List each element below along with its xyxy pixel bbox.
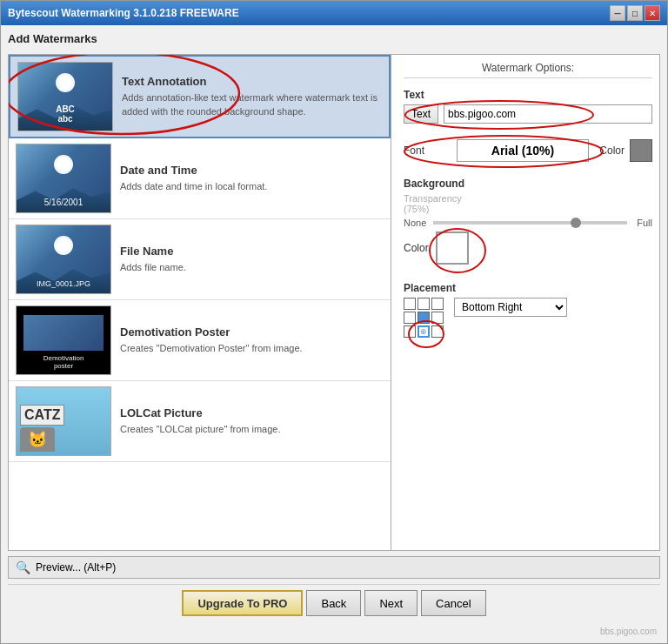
placement-cb-bl[interactable] <box>404 325 416 338</box>
item-info-date-time: Date and Time Adds date and time in loca… <box>120 164 384 193</box>
placement-grid: ⊕ <box>404 298 444 338</box>
thumbnail-demotivation: Demotivationposter <box>16 305 111 375</box>
thumb-bg-date: 5/16/2001 <box>17 144 110 212</box>
slider-none-label: None <box>404 218 430 228</box>
right-panel: Watermark Options: Text Text <box>397 55 659 550</box>
preview-label: Preview... (Alt+P) <box>36 561 116 574</box>
close-button[interactable]: ✕ <box>645 5 660 21</box>
item-info-file-name: File Name Adds file name. <box>120 245 384 274</box>
item-desc-date-time: Adds date and time in local format. <box>120 180 384 193</box>
main-panel: ABCabc Text Annotation Adds annotation-l… <box>8 54 660 551</box>
placement-cb-mc[interactable] <box>418 312 430 324</box>
list-item-demotivation[interactable]: Demotivationposter Demotivation Poster C… <box>9 300 391 381</box>
placement-cb-tl[interactable] <box>404 298 416 310</box>
item-info-demotivation: Demotivation Poster Creates "Demotivatio… <box>120 325 384 355</box>
svg-point-3 <box>430 229 485 272</box>
item-title-lolcat: LOLCat Picture <box>120 406 384 419</box>
placement-cb-tc[interactable] <box>418 298 430 310</box>
thumb-file-label: IMG_0001.JPG <box>37 279 90 288</box>
placement-title: Placement <box>404 282 652 294</box>
placement-row-1 <box>404 298 444 310</box>
item-title-text-annotation: Text Annotation <box>122 75 382 88</box>
list-item-file-name[interactable]: IMG_0001.JPG File Name Adds file name. <box>9 219 391 300</box>
main-window: Bytescout Watermarking 3.1.0.218 FREEWAR… <box>0 0 668 644</box>
text-input[interactable] <box>444 104 652 124</box>
thumb-bg-lolcat: CATZ 🐱 <box>17 387 110 455</box>
placement-dropdown[interactable]: Top Left Top Center Top Right Middle Lef… <box>454 298 567 317</box>
section-label: Add Watermarks <box>8 32 660 45</box>
panel-title: Watermark Options: <box>404 62 652 78</box>
text-button[interactable]: Text <box>404 104 438 124</box>
text-section-label: Text <box>404 89 652 101</box>
upgrade-button[interactable]: Upgrade To PRO <box>182 590 303 616</box>
item-desc-text-annotation: Adds annotation-like text watermark wher… <box>122 91 382 118</box>
thumbnail-date-time: 5/16/2001 <box>16 144 111 213</box>
thumb-bg-demotivation: Demotivationposter <box>17 306 110 374</box>
bg-section-label: Background <box>404 178 652 190</box>
list-item-lolcat[interactable]: CATZ 🐱 LOLCat Picture Creates "LOLCat pi… <box>9 381 391 462</box>
placement-cb-bc[interactable]: ⊕ <box>418 325 430 338</box>
slider-full-label: Full <box>631 218 652 228</box>
thumb-bg: ABCabc <box>18 63 112 131</box>
thumb-abc-label: ABCabc <box>56 104 75 124</box>
placement-cb-ml[interactable] <box>404 312 416 324</box>
background-section: Background Transparency (75%) None Full … <box>404 178 652 270</box>
transparency-label: Transparency (75%) <box>404 193 473 214</box>
maximize-button[interactable]: □ <box>627 5 643 21</box>
list-item-text-annotation[interactable]: ABCabc Text Annotation Adds annotation-l… <box>9 55 391 138</box>
preview-bar[interactable]: 🔍 Preview... (Alt+P) <box>8 556 660 579</box>
title-bar-buttons: ─ □ ✕ <box>610 5 660 21</box>
placement-cb-br[interactable] <box>431 325 444 338</box>
content-area: Add Watermarks ABCabc Text Annotation <box>1 25 667 643</box>
bg-color-row: Color <box>404 231 652 265</box>
item-title-date-time: Date and Time <box>120 164 384 177</box>
font-display[interactable]: Arial (10%) <box>457 139 589 162</box>
thumbnail-text-annotation: ABCabc <box>17 62 113 131</box>
item-desc-file-name: Adds file name. <box>120 261 384 274</box>
text-section: Text Text <box>404 89 652 129</box>
item-info-lolcat: LOLCat Picture Creates "LOLCat picture" … <box>120 406 384 436</box>
item-title-file-name: File Name <box>120 245 384 258</box>
item-info-text-annotation: Text Annotation Adds annotation-like tex… <box>122 75 382 118</box>
bg-color-label: Color <box>404 242 429 254</box>
font-field-row: Font Arial (10%) Color <box>404 139 652 162</box>
preview-icon: 🔍 <box>16 560 30 574</box>
item-title-demotivation: Demotivation Poster <box>120 325 384 339</box>
thumbnail-lolcat: CATZ 🐱 <box>16 386 111 456</box>
demotivation-text: Demotivationposter <box>43 354 84 371</box>
lolcat-text: CATZ <box>20 405 64 426</box>
font-label: Font <box>404 144 451 157</box>
text-field-row: Text <box>404 104 652 124</box>
placement-dropdown-row: Top Left Top Center Top Right Middle Lef… <box>454 298 567 317</box>
item-desc-lolcat: Creates "LOLCat picture" from image. <box>120 423 384 436</box>
minimize-button[interactable]: ─ <box>610 5 625 21</box>
list-item-date-time[interactable]: 5/16/2001 Date and Time Adds date and ti… <box>9 138 391 219</box>
cancel-button[interactable]: Cancel <box>421 590 485 616</box>
window-title: Bytescout Watermarking 3.1.0.218 FREEWAR… <box>8 7 239 19</box>
placement-row-3: ⊕ <box>404 325 444 338</box>
thumb-moon-date <box>54 155 73 174</box>
transparency-slider[interactable] <box>433 221 627 225</box>
color-label: Color <box>594 144 625 157</box>
thumb-hills-file <box>17 263 110 293</box>
bottom-bar: Upgrade To PRO Back Next Cancel <box>8 584 660 621</box>
back-button[interactable]: Back <box>306 590 361 616</box>
next-button[interactable]: Next <box>364 590 418 616</box>
thumb-date-label: 5/16/2001 <box>44 198 84 207</box>
thumb-bg-file: IMG_0001.JPG <box>17 225 110 293</box>
placement-section: Placement <box>404 282 652 338</box>
font-section: Font Arial (10%) Color <box>404 139 652 167</box>
placement-row-2 <box>404 312 444 324</box>
placement-cb-tr[interactable] <box>431 298 444 310</box>
slider-row: None Full <box>404 218 652 228</box>
placement-cb-mr[interactable] <box>431 312 444 324</box>
font-color-picker[interactable] <box>630 139 652 162</box>
title-bar: Bytescout Watermarking 3.1.0.218 FREEWAR… <box>1 1 667 25</box>
left-panel: ABCabc Text Annotation Adds annotation-l… <box>9 55 391 550</box>
footer-text: bbs.pigoo.com <box>8 627 660 636</box>
thumb-moon <box>56 73 75 92</box>
item-desc-demotivation: Creates "Demotivation Poster" from image… <box>120 342 384 355</box>
thumbnail-file-name: IMG_0001.JPG <box>16 225 111 294</box>
thumb-moon-file <box>54 236 73 255</box>
bg-color-picker[interactable] <box>436 231 469 265</box>
